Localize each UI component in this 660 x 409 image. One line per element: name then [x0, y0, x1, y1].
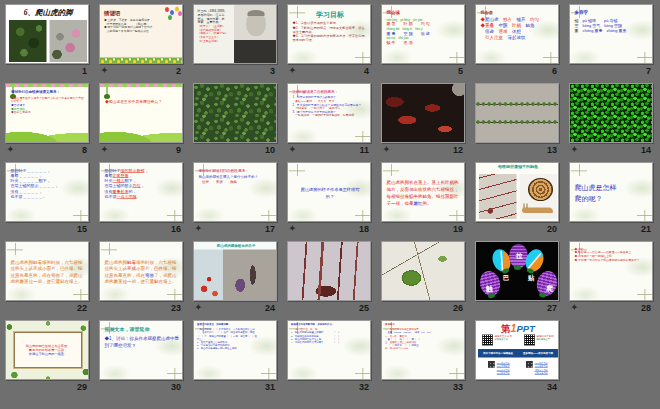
- slide-thumbnail[interactable]: 爬山虎的脚触着墙的时候，六七根细丝的头上就变成小圆片，巴住墙。细丝原先是直的，现…: [5, 241, 89, 301]
- slide-body: 爬山虎是怎样爬的呢？: [570, 163, 653, 222]
- slide-thumbnail[interactable]: 请同学们自由轻声读课文思考：◆爬山虎长在什么地方？它有什么特点？作者从哪几个方面…: [5, 83, 89, 143]
- slide-thumbnail[interactable]: 爬山虎的脚触着墙的时候，六七根细丝的头上就变成小圆片，巴住墙。细丝原先是直的，现…: [99, 241, 183, 301]
- slide-thumbnail[interactable]: 爬山虎是怎样爬的呢？: [569, 162, 653, 222]
- slide-thumbnail[interactable]: [287, 241, 371, 301]
- slide-thumbnail[interactable]: 猜谜语◆ 上搭架，下搭架，条条青藤爬满架， 叶子密密遮住墙。 （爬山虎）◆ 同学…: [99, 4, 183, 64]
- slide-meta: 25: [287, 301, 371, 314]
- slide-text-line: 爬山虎的脚长在茎上。茎上长叶柄的地方，反面伸出枝状的六七根细丝，每根细丝像蜗牛的…: [387, 180, 462, 207]
- slide-cell: 请同学们朗读3至5自然段 思考：爬山虎的脚长在哪儿？是什么样子的？ 位置 形状 …: [193, 162, 277, 235]
- text-segment: 重叠: [485, 23, 499, 28]
- slide-cell: ✦12: [381, 83, 465, 156]
- slide-thumbnail[interactable]: 叶圣陶（1894-1988）原名叶绍钧，江苏苏州人，现代作家、教育家。主要作品：…: [193, 4, 277, 64]
- text-segment: 。: [137, 194, 141, 199]
- slide-thumbnail[interactable]: 第1PPT扫码关注公众号获取更多资源扫码访问手机站随时随地查看课件下载后可自由编…: [475, 320, 559, 380]
- slide-title: 请同学们自由轻声读课文思考：: [11, 90, 86, 95]
- slide-thumbnail[interactable]: 让我们默读第二自然段思考：1、刚长出来的叶子是什么颜色的？ 嫩红——嫩绿 不几天…: [287, 83, 371, 143]
- text-segment: 爬山虎是怎样: [575, 184, 617, 192]
- slide-thumbnail[interactable]: 触巴拉贴爬: [475, 241, 559, 301]
- text-segment: 爬山虎脚的样子作者是怎样描写 的？: [301, 187, 360, 199]
- slide-thumbnail[interactable]: [381, 83, 465, 143]
- text-segment: 嫩红——嫩绿 不几天 长大: [293, 99, 335, 102]
- link-item[interactable]: PPT图表下载: [497, 372, 510, 376]
- text-segment: ◆3、学习作者的观察方法和表达方法，培养留心周围事物的习惯。: [293, 34, 365, 42]
- slide-meta: ✦24: [193, 301, 277, 314]
- slide-thumbnail[interactable]: 请同学们朗读3至5自然段 思考：爬山虎的脚长在哪儿？是什么样子的？ 位置 形状 …: [193, 162, 277, 222]
- slide-text-line: 爬山虎的脚触着墙的时候，六七根细丝的头上就变成小圆片，巴住墙。细丝原先是直的，现…: [105, 259, 180, 285]
- slide-thumbnail[interactable]: 按课文内容填空，并回答问题。 爬山虎的脚（ ）着墙的时候，六七根细丝的头上就（ …: [193, 320, 277, 380]
- slide-meta: 23: [99, 301, 183, 314]
- text-segment: 四、用“休想”写一句话。: [385, 347, 411, 350]
- animation-star-icon: ✦: [101, 145, 108, 154]
- text-segment: ◆ 触着墙——巴住墙——拉嫩茎——贴在墙上: [575, 251, 632, 254]
- slide-text-line: 爬山虎的脚触着墙的时候，六七根细丝的头上就变成小圆片，巴住墙。细丝原先是直的，现…: [11, 259, 86, 285]
- slide-number: 4: [364, 66, 369, 76]
- text-segment: 么能爬墙？今天我们一起来认识它。: [104, 29, 152, 32]
- slide-number: 5: [458, 66, 463, 76]
- slide-thumbnail[interactable]: [381, 241, 465, 301]
- text-segment: 位置: [199, 180, 217, 184]
- text-segment: ，: [141, 184, 145, 189]
- slide-thumbnail[interactable]: 我会读◆爬山虎 独占 铺开 均匀◆重叠 空隙 叶柄 触角 痕迹 逐渐 休想 引人…: [475, 4, 559, 64]
- slide-thumbnail[interactable]: 爬山虎的脚巴在墙上相当牢固。要是你的手指不费一点劲，休想拉下爬山虎的一根茎。: [5, 320, 89, 380]
- slide-thumbnail[interactable]: 学习目标◆1、学会认读本课的生字新词。◆2、了解爬山虎的特点，理清课文叙述顺序，…: [287, 4, 371, 64]
- link-item[interactable]: 试题试卷下载: [535, 372, 548, 376]
- slide-text-line: 爬山虎脚的样子作者是怎样描写 的？: [293, 186, 368, 199]
- slide-body: 爬山虎的脚触着墙的时候，六七根细丝的头上就变成小圆片，巴住墙。细丝原先是直的，现…: [6, 242, 89, 301]
- slide-text-line: ◆3、学习作者的观察方法和表达方法，培养留心周围事物的习惯。: [293, 34, 368, 42]
- text-segment: ◆2、了解爬山虎的特点，理清课文叙述顺序，抓住课文主要内容。: [293, 25, 365, 33]
- slide-text-line: 爬山虎是怎样: [575, 183, 650, 194]
- slide-thumbnail[interactable]: [475, 83, 559, 143]
- slide-cell: 根据课文内容判断对错，并说说为什么。 触、巴、拉、贴、爬1、爬山虎的脚就是茎上的…: [287, 320, 371, 393]
- text-segment: ◆自读课文: [11, 103, 25, 106]
- text-segment: kōng 空气 kòng 空隙: [583, 23, 623, 28]
- slide-thumbnail[interactable]: 多音字铺 pū 铺路 pù 店铺空 kōng 空气 kòng 空隙重 chóng…: [569, 4, 653, 64]
- slide-thumbnail[interactable]: 爬山虎的脚长在茎上。茎上长叶柄的地方，反面伸出枝状的六七根细丝，每根细丝像蜗牛的…: [381, 162, 465, 222]
- text-segment: 小圆片，: [136, 266, 154, 271]
- slide-text-line: 一阵风拂过，一墙的叶子就漾起波纹，好看得很。: [293, 114, 368, 118]
- slide-thumbnail[interactable]: 6、爬山虎的脚: [5, 4, 89, 64]
- slide-number: 22: [77, 303, 87, 313]
- author-bio-text: 叶圣陶（1894-1988）原名叶绍钧，江苏苏州人，现代作家、教育家。主要作品：…: [194, 5, 234, 64]
- slide-number: 16: [171, 224, 181, 234]
- slide-thumbnail[interactable]: 爬山虎脚的样子作者是怎样描写 的？: [287, 162, 371, 222]
- slide-text-line: ◆ 文中哪一句话写出了爬山虎的脚与墙的依赖关系？: [575, 258, 650, 262]
- slide-cell: 第1PPT扫码关注公众号获取更多资源扫码访问手机站随时随地查看课件下载后可自由编…: [475, 320, 559, 393]
- text-segment: 铺开: [517, 17, 531, 22]
- slide-number: 11: [359, 145, 369, 155]
- slide-row: 爬山虎的脚触着墙的时候，六七根细丝的头上就变成小圆片，巴住墙。细丝原先是直的，现…: [5, 241, 660, 314]
- text-segment: 爬山虎的脚长在哪儿？是什么样子的？: [199, 175, 259, 179]
- slide-thumbnail[interactable]: 根据课文内容判断对错，并说说为什么。 触、巴、拉、贴、爬1、爬山虎的脚就是茎上的…: [287, 320, 371, 380]
- slide-thumbnail[interactable]: 课后练习一、给加点的字选择正确的读音。 重叠（chóng zhòng） 铺开（p…: [381, 320, 465, 380]
- text-segment: 一顺儿: [113, 178, 125, 183]
- slide-meta: 26: [381, 301, 465, 314]
- slide-cell: 让我们默读第二自然段思考：1、刚长出来的叶子是什么颜色的？ 嫩红——嫩绿 不几天…: [287, 83, 371, 156]
- slide-body: 请同学们自由轻声读课文思考：◆爬山虎长在什么地方？它有什么特点？作者从哪几个方面…: [11, 90, 86, 115]
- text-segment: 2、每根细丝像蜗牛的触角。 （ ）: [291, 334, 340, 337]
- slide-cell: 10: [193, 83, 277, 156]
- animation-star-icon: ✦: [289, 145, 296, 154]
- animation-star-icon: ✦: [571, 303, 578, 312]
- slide-cell: 爬山虎的脚触着墙的时候，六七根细丝的头上就变成小圆片，巴住墙。细丝原先是直的，现…: [5, 241, 89, 314]
- slide-thumbnail[interactable]: ◆爬山虎在生长中具有哪些特点？: [99, 83, 183, 143]
- slide-photo-claw: 爬山虎的脚像蛟龙的爪子: [194, 242, 277, 301]
- slide-thumbnail[interactable]: 拓展文本，课堂延伸◆1、讨论：你从作者观察爬山虎中受到了哪些启发？: [99, 320, 183, 380]
- slide-text-line: 4、没触着墙的脚不几天就萎了。 （ ）: [291, 341, 369, 344]
- logo-part: 第: [501, 323, 511, 334]
- text-segment: 看着: [105, 173, 113, 178]
- plant-photo-image: [50, 20, 88, 62]
- slide-thumbnail[interactable]: ◆ 小结：◆ 触着墙——巴住墙——拉嫩茎——贴在墙上◆ 就是这样一脚一脚地往上爬…: [569, 241, 653, 301]
- slide-thumbnail[interactable]: 那些叶子＿＿＿＿＿，看着＿＿＿＿＿，叶尖＿＿＿＿＿朝下，在墙上铺的那么＿＿＿＿，…: [5, 162, 89, 222]
- slide-cell: 拓展文本，课堂延伸◆1、讨论：你从作者观察爬山虎中受到了哪些启发？30: [99, 320, 183, 393]
- text-segment: 在墙上铺的那么＿＿＿＿，: [11, 184, 59, 189]
- slide-thumbnail[interactable]: 那些叶子绿的那么新鲜，看着非常舒服，叶尖一顺儿朝下，在墙上铺的那么均匀，没有重叠…: [99, 162, 183, 222]
- slide-text-line: 爬的呢？: [575, 193, 650, 204]
- slide-title: 我会读: [387, 10, 462, 16]
- slide-meta: 15: [5, 222, 89, 235]
- slide-thumbnail[interactable]: [193, 83, 277, 143]
- slide-thumbnail[interactable]: 每根细丝像蜗牛的触角: [475, 162, 559, 222]
- slide-thumbnail[interactable]: [569, 83, 653, 143]
- slide-meta: 19: [381, 222, 465, 235]
- slide-thumbnail[interactable]: 我会读nèn jīng yè bǐng jūn yún嫩 茎 叶 柄 均 匀ch…: [381, 4, 465, 64]
- slide-thumbnail[interactable]: 爬山虎的脚像蛟龙的爪子: [193, 241, 277, 301]
- qr-sublabel: 随时随地查看: [537, 338, 555, 341]
